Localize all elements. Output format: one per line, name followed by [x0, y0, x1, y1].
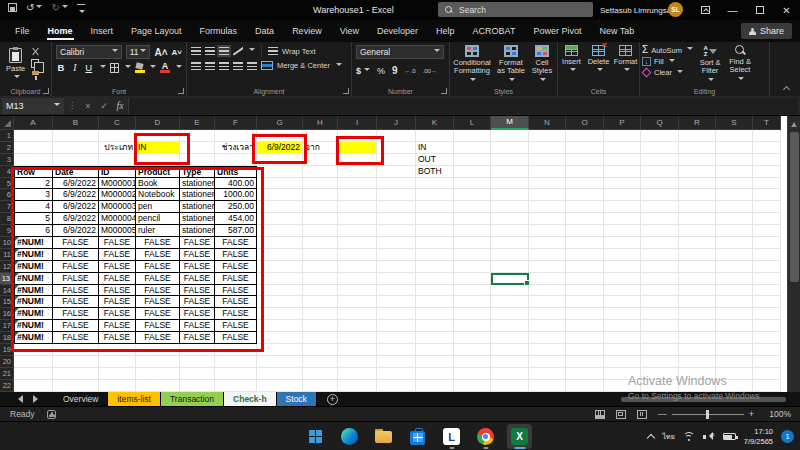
cell-D10[interactable]: FALSE [136, 237, 180, 249]
cell-K2[interactable]: IN [416, 142, 454, 154]
wifi-icon[interactable] [683, 432, 695, 441]
cell-I19[interactable] [338, 344, 377, 356]
cell-D11[interactable]: FALSE [136, 249, 180, 261]
cell-M22[interactable] [491, 380, 529, 392]
row-header-10[interactable]: 10 [0, 237, 14, 249]
cell-C12[interactable]: FALSE [99, 261, 136, 273]
borders-icon[interactable] [110, 63, 119, 73]
cell-N16[interactable] [529, 308, 566, 320]
cell-K18[interactable] [416, 332, 454, 344]
cell-K3[interactable]: OUT [416, 154, 454, 166]
cell-P7[interactable] [604, 201, 641, 213]
cell-T7[interactable] [753, 201, 781, 213]
start-button[interactable] [303, 424, 328, 449]
cell-T16[interactable] [753, 308, 781, 320]
cell-C13[interactable]: FALSE [99, 273, 136, 285]
merge-center-icon[interactable] [261, 61, 273, 70]
cell-L11[interactable] [454, 249, 491, 261]
cell-R18[interactable] [679, 332, 716, 344]
cell-E11[interactable]: FALSE [180, 249, 215, 261]
cell-Q11[interactable] [641, 249, 679, 261]
cell-O14[interactable] [566, 285, 604, 297]
cell-D19[interactable] [136, 344, 180, 356]
cell-J10[interactable] [377, 237, 416, 249]
cell-G21[interactable] [257, 368, 303, 380]
cell-H5[interactable] [303, 178, 338, 190]
cell-K22[interactable] [416, 380, 454, 392]
cell-B13[interactable]: FALSE [53, 273, 99, 285]
cell-K19[interactable] [416, 344, 454, 356]
cell-K21[interactable] [416, 368, 454, 380]
cell-T22[interactable] [753, 380, 781, 392]
cell-A2[interactable] [14, 142, 53, 154]
align-center-icon[interactable] [205, 62, 215, 70]
col-header-J[interactable]: J [377, 116, 416, 130]
cell-I18[interactable] [338, 332, 377, 344]
cell-B8[interactable]: 6/9/2022 [53, 213, 99, 225]
cell-M1[interactable] [491, 130, 529, 142]
cell-L17[interactable] [454, 320, 491, 332]
cell-Q13[interactable] [641, 273, 679, 285]
cell-Q18[interactable] [641, 332, 679, 344]
cell-S11[interactable] [716, 249, 753, 261]
cell-G6[interactable] [257, 189, 303, 201]
cell-B12[interactable]: FALSE [53, 261, 99, 273]
decrease-decimal-icon[interactable]: .00→ [423, 68, 437, 74]
cell-C22[interactable] [99, 380, 136, 392]
maximize-button[interactable] [746, 0, 773, 20]
cell-G16[interactable] [257, 308, 303, 320]
row-header-21[interactable]: 21 [0, 368, 14, 380]
cell-H1[interactable] [303, 130, 338, 142]
cell-H3[interactable] [303, 154, 338, 166]
align-right-icon[interactable] [219, 62, 229, 70]
ribbon-tab-home[interactable]: Home [39, 20, 82, 42]
cell-S5[interactable] [716, 178, 753, 190]
font-name-combo[interactable]: Calibri [56, 45, 122, 59]
cell-G8[interactable] [257, 213, 303, 225]
cell-H11[interactable] [303, 249, 338, 261]
cell-R17[interactable] [679, 320, 716, 332]
cell-B1[interactable] [53, 130, 99, 142]
cell-N6[interactable] [529, 189, 566, 201]
cell-O11[interactable] [566, 249, 604, 261]
col-header-M[interactable]: M [491, 116, 529, 130]
cell-D16[interactable]: FALSE [136, 308, 180, 320]
row-header-7[interactable]: 7 [0, 201, 14, 213]
cell-C18[interactable]: FALSE [99, 332, 136, 344]
cell-P11[interactable] [604, 249, 641, 261]
cell-S13[interactable] [716, 273, 753, 285]
cell-L14[interactable] [454, 285, 491, 297]
cell-C10[interactable]: FALSE [99, 237, 136, 249]
cell-F12[interactable]: FALSE [215, 261, 257, 273]
cell-D7[interactable]: pen [136, 201, 180, 213]
cell-G2[interactable]: 6/9/2022 [257, 142, 303, 154]
cell-S9[interactable] [716, 225, 753, 237]
cell-F13[interactable]: FALSE [215, 273, 257, 285]
cell-Q5[interactable] [641, 178, 679, 190]
cell-D9[interactable]: ruler [136, 225, 180, 237]
cell-S21[interactable] [716, 368, 753, 380]
row-header-5[interactable]: 5 [0, 178, 14, 190]
cell-T4[interactable] [753, 166, 781, 178]
cell-R22[interactable] [679, 380, 716, 392]
cell-M12[interactable] [491, 261, 529, 273]
cell-P10[interactable] [604, 237, 641, 249]
cell-H2[interactable]: จาก [303, 142, 338, 154]
cell-S1[interactable] [716, 130, 753, 142]
cell-A10[interactable]: #NUM! [14, 237, 53, 249]
cell-N2[interactable] [529, 142, 566, 154]
cell-R19[interactable] [679, 344, 716, 356]
cell-K12[interactable] [416, 261, 454, 273]
cell-I22[interactable] [338, 380, 377, 392]
cell-C6[interactable]: M000002 [99, 189, 136, 201]
alignment-dialog-launcher[interactable] [343, 88, 349, 94]
cell-I21[interactable] [338, 368, 377, 380]
cell-B10[interactable]: FALSE [53, 237, 99, 249]
cell-L15[interactable] [454, 296, 491, 308]
cell-N11[interactable] [529, 249, 566, 261]
ribbon-tab-power-pivot[interactable]: Power Pivot [524, 20, 590, 42]
cell-L12[interactable] [454, 261, 491, 273]
cell-A1[interactable] [14, 130, 53, 142]
cell-A11[interactable]: #NUM! [14, 249, 53, 261]
cell-J20[interactable] [377, 356, 416, 368]
